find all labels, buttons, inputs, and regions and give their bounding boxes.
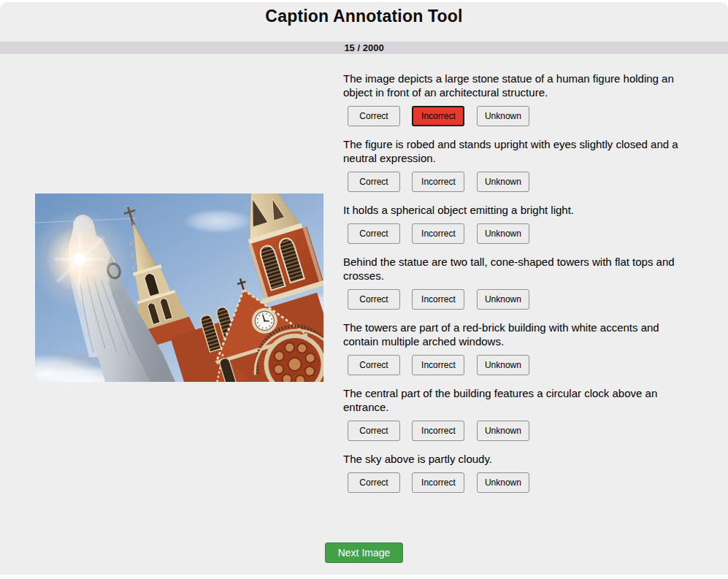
- caption-item: The towers are part of a red-brick build…: [343, 321, 690, 375]
- unknown-button[interactable]: Unknown: [477, 421, 529, 441]
- choice-buttons: Correct Incorrect Unknown: [343, 223, 690, 244]
- caption-list: The image depicts a large stone statue o…: [343, 72, 690, 504]
- choice-buttons: Correct Incorrect Unknown: [343, 172, 690, 192]
- unknown-button[interactable]: Unknown: [477, 106, 529, 126]
- choice-buttons: Correct Incorrect Unknown: [343, 106, 690, 126]
- caption-item: It holds a spherical object emitting a b…: [343, 203, 690, 244]
- app-window: Caption Annotation Tool 15 / 2000: [0, 2, 728, 575]
- progress-indicator: 15 / 2000: [0, 42, 728, 54]
- caption-item: The image depicts a large stone statue o…: [343, 72, 690, 126]
- unknown-button[interactable]: Unknown: [477, 472, 529, 493]
- caption-text: The sky above is partly cloudy.: [343, 452, 690, 466]
- caption-text: The central part of the building feature…: [343, 386, 690, 414]
- caption-text: The figure is robed and stands upright w…: [343, 137, 690, 165]
- choice-buttons: Correct Incorrect Unknown: [343, 355, 690, 375]
- incorrect-button[interactable]: Incorrect: [412, 223, 464, 244]
- choice-buttons: Correct Incorrect Unknown: [343, 289, 690, 310]
- caption-text: The image depicts a large stone statue o…: [343, 72, 690, 99]
- footer: Next Image: [0, 504, 728, 563]
- incorrect-button[interactable]: Incorrect: [412, 172, 464, 192]
- correct-button[interactable]: Correct: [348, 172, 400, 192]
- incorrect-button[interactable]: Incorrect: [412, 421, 464, 441]
- page-title: Caption Annotation Tool: [0, 2, 728, 26]
- correct-button[interactable]: Correct: [348, 106, 400, 126]
- main-content: The image depicts a large stone statue o…: [0, 54, 728, 504]
- choice-buttons: Correct Incorrect Unknown: [343, 472, 690, 493]
- unknown-button[interactable]: Unknown: [477, 223, 529, 244]
- caption-text: Behind the statue are two tall, cone-sha…: [343, 255, 690, 283]
- caption-text: It holds a spherical object emitting a b…: [343, 203, 690, 217]
- annotation-image: [35, 193, 323, 382]
- correct-button[interactable]: Correct: [348, 472, 400, 493]
- incorrect-button[interactable]: Incorrect: [412, 472, 464, 493]
- incorrect-button[interactable]: Incorrect: [412, 355, 464, 375]
- caption-item: The figure is robed and stands upright w…: [343, 137, 690, 192]
- progress-text: 15 / 2000: [344, 42, 383, 53]
- incorrect-button[interactable]: Incorrect: [412, 106, 464, 126]
- caption-text: The towers are part of a red-brick build…: [343, 321, 690, 348]
- photo-illustration: [35, 193, 323, 382]
- caption-item: The sky above is partly cloudy. Correct …: [343, 452, 690, 493]
- correct-button[interactable]: Correct: [348, 289, 400, 310]
- unknown-button[interactable]: Unknown: [477, 289, 529, 310]
- correct-button[interactable]: Correct: [348, 223, 400, 244]
- unknown-button[interactable]: Unknown: [477, 355, 529, 375]
- caption-item: The central part of the building feature…: [343, 386, 690, 441]
- caption-item: Behind the statue are two tall, cone-sha…: [343, 255, 690, 310]
- choice-buttons: Correct Incorrect Unknown: [343, 421, 690, 441]
- unknown-button[interactable]: Unknown: [477, 172, 529, 192]
- next-image-button[interactable]: Next Image: [325, 542, 404, 563]
- correct-button[interactable]: Correct: [348, 421, 400, 441]
- incorrect-button[interactable]: Incorrect: [412, 289, 464, 310]
- correct-button[interactable]: Correct: [348, 355, 400, 375]
